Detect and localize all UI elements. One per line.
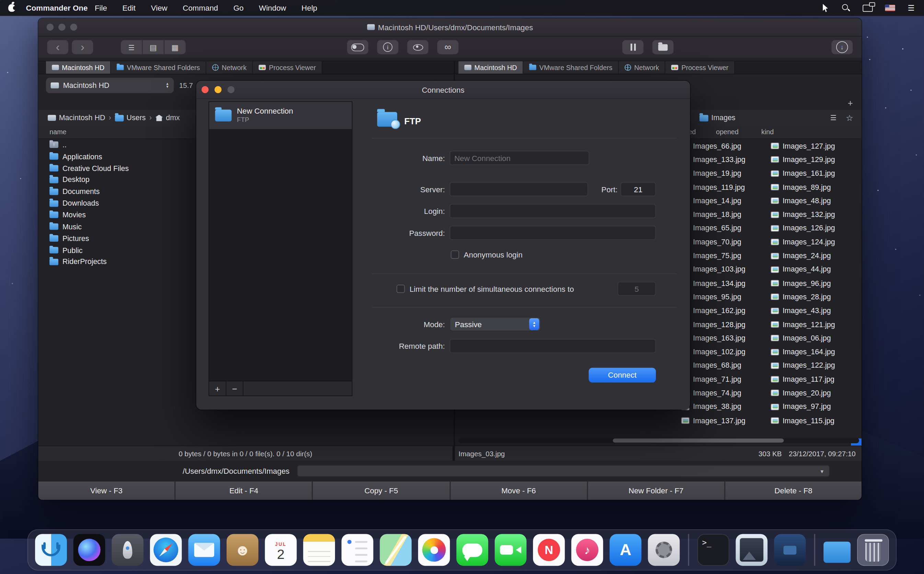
file-row[interactable]: Images_71.jpg [681,372,771,386]
search-icon[interactable] [842,3,850,13]
downloads-folder-icon[interactable] [823,542,850,563]
queue-button[interactable] [622,40,644,54]
notes-icon[interactable] [303,534,335,566]
file-row[interactable]: Images_68.jpg [681,359,771,372]
login-field[interactable] [450,204,656,218]
file-row[interactable]: Images_119.jpg [681,180,771,194]
password-field[interactable] [450,226,656,240]
file-row[interactable]: Images_126.jpg [771,221,861,235]
connection-list-item[interactable]: New Connection FTP [209,102,351,129]
maps-icon[interactable] [379,534,412,566]
siri-icon[interactable] [74,534,105,566]
file-row[interactable]: Images_38.jpg [681,400,771,414]
close-button[interactable] [47,24,54,31]
pane-tab[interactable]: Macintosh HD [46,62,111,74]
file-row[interactable]: Images_133.jpg [681,153,771,167]
pane-tab[interactable]: Network [206,62,253,74]
name-field[interactable] [450,151,589,165]
file-row[interactable]: Images_164.jpg [771,345,861,359]
file-row[interactable]: Images_44.jpg [771,263,861,276]
full-view-button[interactable] [121,40,142,54]
search-files-button[interactable] [437,40,458,54]
file-row[interactable]: Images_24.jpg [771,249,861,263]
file-row[interactable]: Images_127.jpg [771,139,861,153]
menu-item[interactable]: Command [183,3,218,13]
breadcrumb-item[interactable]: dmx [155,114,179,122]
file-row[interactable]: Images_103.jpg [681,263,771,276]
preview-thumbnail-icon[interactable] [735,534,768,566]
column-header-name[interactable]: name [49,128,66,136]
pane-tab[interactable]: VMware Shared Folders [111,62,206,74]
file-row[interactable]: Images_163.jpg [681,331,771,345]
file-row[interactable]: Images_70.jpg [681,235,771,249]
horizontal-scrollbar[interactable] [458,438,859,443]
photos-icon[interactable] [418,534,450,566]
folder-button[interactable] [652,40,674,54]
file-row[interactable]: Images_132.jpg [771,208,861,221]
pane-tab[interactable]: Process Viewer [253,62,322,74]
file-row[interactable]: Images_102.jpg [681,345,771,359]
pane-tab[interactable]: Network [619,62,666,74]
pane-tab[interactable]: Macintosh HD [458,62,523,74]
thumb-view-button[interactable] [164,40,186,54]
displays-icon[interactable] [863,5,873,12]
file-row[interactable]: Images_14.jpg [681,194,771,208]
connect-button[interactable]: Connect [589,368,656,382]
file-row[interactable]: Images_18.jpg [681,208,771,221]
close-button[interactable] [201,86,209,93]
dark-blue-app-icon[interactable] [774,534,806,566]
file-row[interactable]: Images_162.jpg [681,304,771,317]
mode-select[interactable]: Passive [450,317,541,331]
file-row[interactable]: Images_137.jpg [681,414,771,427]
file-row[interactable]: Images_134.jpg [681,276,771,290]
file-row[interactable]: Images_129.jpg [771,153,861,167]
contacts-icon[interactable] [227,534,258,566]
function-key-button[interactable]: Move - F6 [451,482,588,500]
column-header-kind[interactable]: kind [761,128,774,136]
server-field[interactable] [450,182,588,196]
file-row[interactable]: Images_95.jpg [681,290,771,304]
add-tab-button[interactable] [845,97,856,108]
reminders-icon[interactable] [342,534,373,566]
file-row[interactable]: Images_161.jpg [771,167,861,180]
menu-item[interactable]: Go [233,3,244,13]
file-row[interactable]: Images_121.jpg [771,317,861,331]
limit-connections-checkbox[interactable] [397,285,405,293]
file-row[interactable]: Images_97.jpg [771,400,861,414]
file-row[interactable]: Images_74.jpg [681,386,771,400]
breadcrumb-item[interactable]: Images [699,114,735,122]
download-button[interactable] [831,40,853,54]
remote-path-field[interactable] [450,339,656,353]
terminal-icon[interactable] [697,534,729,566]
facetime-icon[interactable] [494,534,527,566]
menu-item[interactable]: View [151,3,167,13]
calendar-icon[interactable]: JUL 2 [265,534,297,566]
column-header-opened[interactable]: opened [716,128,739,136]
function-key-button[interactable]: Copy - F5 [313,482,450,500]
mail-icon[interactable] [189,534,220,566]
hidden-files-toggle-button[interactable] [347,40,368,54]
file-row[interactable]: Images_117.jpg [771,372,861,386]
menu-item[interactable]: Help [301,3,317,13]
add-connection-button[interactable] [209,382,226,396]
keyboard-flag-icon[interactable] [885,5,895,11]
news-icon[interactable] [533,534,565,566]
menu-item[interactable]: Edit [123,3,135,13]
forward-button[interactable] [72,40,93,54]
trash-icon[interactable] [857,534,889,566]
launchpad-icon[interactable] [112,534,143,566]
zoom-button[interactable] [228,86,235,93]
pane-tab[interactable]: Process Viewer [666,62,735,74]
itunes-icon[interactable] [571,534,603,566]
breadcrumb-item[interactable]: Users [115,114,146,122]
info-button[interactable] [377,40,398,54]
anonymous-login-checkbox[interactable] [451,251,459,259]
safari-icon[interactable] [150,534,182,566]
pointer-icon[interactable] [823,4,829,12]
file-row[interactable]: Images_48.jpg [771,194,861,208]
scrollbar-thumb[interactable] [613,438,784,443]
file-row[interactable]: Images_43.jpg [771,304,861,317]
limit-connections-field[interactable] [617,282,656,296]
file-row[interactable]: Images_75.jpg [681,249,771,263]
function-key-button[interactable]: New Folder - F7 [588,482,725,500]
